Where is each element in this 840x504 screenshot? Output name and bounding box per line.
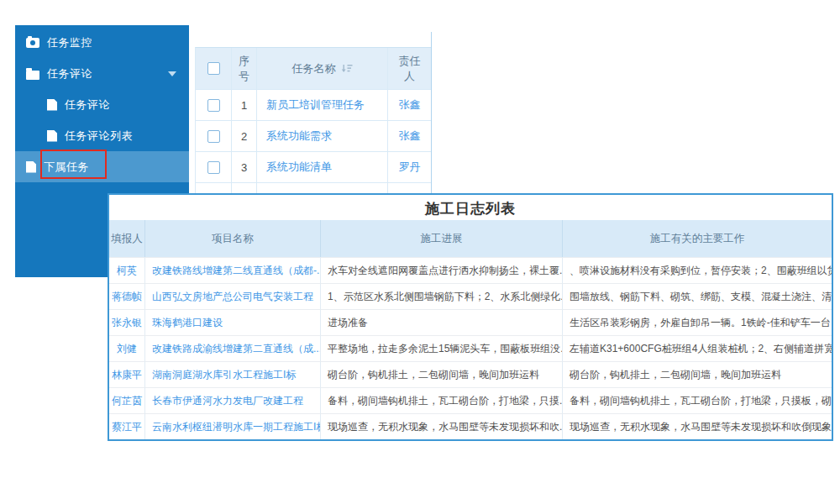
construction-log-table: 填报人 项目名称 施工进展 施工有关的主要工作 柯英 改建铁路线增建第二线直通线… — [109, 220, 832, 439]
row-checkbox-cell — [196, 152, 232, 183]
highlight-box — [40, 150, 107, 179]
sidebar-item-task-comment[interactable]: 任务评论 — [15, 89, 189, 120]
progress-cell: 水车对全线遮阳网覆盖点进行洒水抑制扬尘，裸土覆... — [321, 257, 563, 283]
folder-open-icon — [26, 71, 39, 80]
progress-cell: 砌台阶，钩机排土，二包砌间墙，晚间加班运料 — [321, 361, 563, 387]
sidebar-item-task-monitor[interactable]: 任务监控 — [15, 27, 189, 58]
work-cell: 围墙放线、钢筋下料、砌筑、绑筋、支模、混凝土浇注、清... — [563, 283, 832, 309]
project-link[interactable]: 长春市伊通河水力发电厂改建工程 — [145, 387, 321, 413]
column-header-progress: 施工进展 — [321, 220, 563, 257]
work-cell: 现场巡查，无积水现象，水马围壁等未发现损坏和吹倒现象 ... — [563, 413, 832, 439]
project-link[interactable]: 改建铁路线增建第二线直通线（成都-... — [145, 257, 321, 283]
task-owner-link[interactable]: 张鑫 — [388, 90, 431, 121]
progress-cell: 平整场地，拉走多余泥土15辆泥头车，围蔽板班组没... — [321, 335, 563, 361]
progress-cell: 备料，砌间墙钩机排土，瓦工砌台阶，打地梁，只摸... — [321, 387, 563, 413]
panel-title: 施工日志列表 — [109, 195, 832, 220]
column-header-index: 序号 — [232, 48, 257, 90]
page: 任务监控 任务评论 任务评论 任务评论列表 下属任务 序号 — [0, 0, 840, 504]
column-header-project: 项目名称 — [145, 220, 321, 257]
sort-descending-icon[interactable] — [341, 64, 353, 74]
row-checkbox-cell — [196, 121, 232, 152]
project-link[interactable]: 湖南洞庭湖水库引水工程施工I标 — [145, 361, 321, 387]
reporter-link[interactable]: 蒋德帧 — [109, 283, 145, 309]
sidebar-item-task-comment-list[interactable]: 任务评论列表 — [15, 120, 189, 151]
row-index: 3 — [232, 152, 257, 183]
task-table: 序号 任务名称 责任人 1 新员工培训管理任务 张鑫 2 系统功能需求 — [195, 47, 431, 195]
project-link[interactable]: 珠海鹤港口建设 — [145, 309, 321, 335]
sidebar-item-task-comments[interactable]: 任务评论 — [15, 58, 189, 89]
project-link[interactable]: 山西弘文房地产总公司电气安装工程 — [145, 283, 321, 309]
chevron-down-icon[interactable] — [168, 71, 176, 76]
task-name-link[interactable]: 系统功能需求 — [257, 121, 388, 152]
row-checkbox[interactable] — [207, 99, 220, 112]
sidebar-item-label: 任务评论 — [47, 66, 92, 81]
column-header-work: 施工有关的主要工作 — [563, 220, 832, 257]
reporter-link[interactable]: 柯英 — [109, 257, 145, 283]
row-checkbox[interactable] — [207, 161, 220, 174]
camera-icon — [26, 38, 39, 48]
sidebar-item-label: 任务评论列表 — [65, 129, 133, 144]
task-owner-link[interactable]: 罗丹 — [388, 152, 431, 183]
column-header-reporter: 填报人 — [109, 220, 145, 257]
file-icon — [47, 99, 57, 111]
work-cell: 备料，砌间墙钩机排土，瓦工砌台阶，打地梁，只摸板，砌... — [563, 387, 832, 413]
work-cell: 生活区吊装彩钢房，外雇自卸吊一辆。1铁岭-佳和铲车一台 — [563, 309, 832, 335]
task-name-link[interactable]: 系统功能清单 — [257, 152, 388, 183]
reporter-link[interactable]: 刘健 — [109, 335, 145, 361]
reporter-link[interactable]: 何芷茵 — [109, 387, 145, 413]
task-owner-link[interactable]: 张鑫 — [388, 121, 431, 152]
construction-log-panel: 施工日志列表 填报人 项目名称 施工进展 施工有关的主要工作 柯英 改建铁路线增… — [108, 193, 833, 441]
column-header-task-name[interactable]: 任务名称 — [257, 48, 388, 90]
work-cell: 、喷淋设施材料没有采购到位，暂停安装；2、围蔽班组以货... — [563, 257, 832, 283]
project-link[interactable]: 云南水利枢纽潜明水库一期工程施工I标 — [145, 413, 321, 439]
task-table-panel: 序号 任务名称 责任人 1 新员工培训管理任务 张鑫 2 系统功能需求 — [195, 32, 432, 195]
file-icon — [47, 130, 57, 142]
progress-cell: 1、示范区水系北侧围墙钢筋下料；2、水系北侧绿化... — [321, 283, 563, 309]
column-header-label: 任务名称 — [292, 61, 336, 76]
row-index: 2 — [232, 121, 257, 152]
project-link[interactable]: 改建铁路成渝线增建第二直通线（成... — [145, 335, 321, 361]
reporter-link[interactable]: 林康平 — [109, 361, 145, 387]
row-checkbox-cell — [196, 90, 232, 121]
column-header-owner: 责任人 — [388, 48, 431, 90]
row-checkbox[interactable] — [207, 130, 220, 143]
select-all-checkbox[interactable] — [207, 62, 220, 75]
sidebar-item-label: 任务评论 — [65, 97, 110, 113]
sidebar-item-label: 任务监控 — [47, 35, 92, 50]
reporter-link[interactable]: 蔡江平 — [109, 413, 145, 439]
task-name-link[interactable]: 新员工培训管理任务 — [257, 90, 388, 121]
work-cell: 左辅道K31+600CFG桩班组4人组装桩机；2、右侧辅道拼宽... — [563, 335, 832, 361]
file-icon — [26, 161, 36, 173]
progress-cell: 现场巡查，无积水现象，水马围壁等未发现损坏和吹... — [321, 413, 563, 439]
reporter-link[interactable]: 张永银 — [109, 309, 145, 335]
row-index: 1 — [232, 90, 257, 121]
work-cell: 砌台阶，钩机排土，二包砌间墙，晚间加班运料 — [563, 361, 832, 387]
progress-cell: 进场准备 — [321, 309, 563, 335]
select-all-cell — [196, 48, 232, 90]
